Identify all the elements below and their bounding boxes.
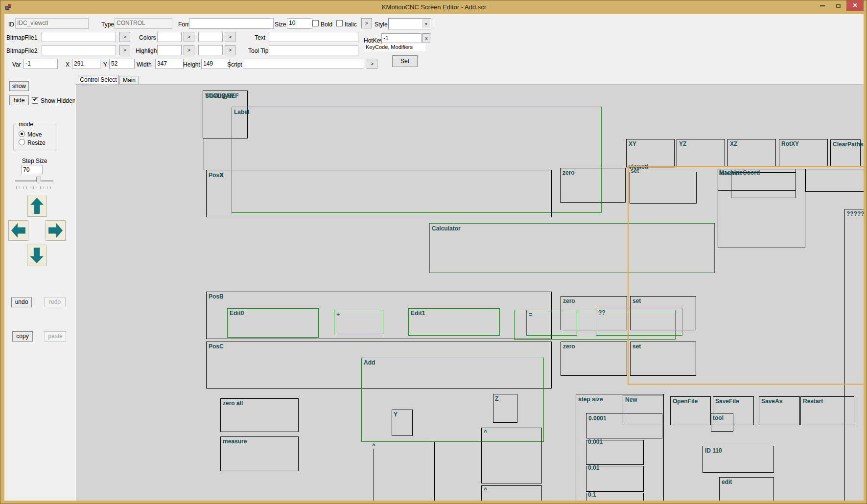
control-box-posx[interactable]: PosX X [206, 170, 552, 217]
control-box-xz[interactable]: XZ [727, 139, 776, 167]
control-box-set-2[interactable]: set [630, 296, 696, 330]
tab-control-select[interactable]: Control Select [78, 75, 119, 84]
redo-button[interactable]: redo [44, 297, 66, 307]
step-size-slider-track[interactable] [15, 180, 53, 182]
hide-button[interactable]: hide [9, 95, 29, 105]
control-box-zero-all[interactable]: zero all [220, 398, 299, 432]
move-right-button[interactable] [46, 220, 66, 241]
move-down-button[interactable] [27, 245, 47, 266]
size-field[interactable]: 10 [287, 18, 312, 29]
title-bar[interactable]: KMotionCNC Screen Editor - Add.scr ✕ [0, 0, 867, 14]
highlight-field-1[interactable] [157, 45, 182, 55]
minimize-button[interactable] [815, 0, 830, 11]
clearpaths-label: ClearPaths [833, 141, 864, 148]
show-hidden-checkbox[interactable] [32, 97, 38, 104]
tab-main-label: Main [123, 77, 136, 84]
script-field[interactable] [243, 59, 364, 69]
control-box-z-axis[interactable]: Z [493, 394, 517, 423]
control-box-openfile[interactable]: OpenFile [670, 396, 711, 425]
style-select[interactable]: ▾ [388, 18, 431, 29]
type-field[interactable]: CONTROL [115, 18, 172, 29]
colors-field-2[interactable] [198, 32, 223, 42]
control-box-id110[interactable]: ID 110 [703, 446, 774, 473]
control-box-clearpaths[interactable]: ClearPaths [830, 139, 861, 167]
script-browse-button[interactable]: > [367, 59, 377, 69]
control-box-edit1[interactable]: Edit1 [408, 308, 500, 336]
control-box-edit0[interactable]: Edit0 [227, 308, 319, 338]
control-box-machinecoord-right[interactable] [805, 169, 864, 192]
control-box-step-01[interactable]: 0.1 [586, 493, 644, 501]
copy-button[interactable]: copy [12, 331, 33, 342]
control-box-unknown[interactable]: ????? [844, 209, 864, 501]
undo-button[interactable]: undo [11, 297, 32, 307]
control-box-rotxy[interactable]: RotXY [779, 139, 828, 167]
window-title: KMotionCNC Screen Editor - Add.scr [0, 3, 867, 11]
maximize-button[interactable] [831, 0, 845, 11]
tab-main[interactable]: Main [119, 76, 139, 84]
control-box-caret-1[interactable]: ^ [481, 428, 542, 483]
left-arrow-icon [11, 223, 25, 238]
step-size-slider-thumb[interactable] [36, 177, 41, 184]
control-box-caret-2[interactable]: ^ [481, 485, 542, 501]
colors-pick-button-2[interactable]: > [225, 32, 235, 42]
hotkey-field[interactable]: -1 [381, 33, 422, 43]
highlight-pick-button-1[interactable]: > [184, 45, 194, 55]
move-radio[interactable] [19, 131, 25, 137]
control-box-yz[interactable]: YZ [677, 139, 725, 167]
colors-pick-button-1[interactable]: > [184, 32, 194, 42]
new-label: New [625, 397, 637, 403]
control-box-zero-1[interactable]: zero [560, 168, 626, 203]
machinecoord-overlap-label: Idledist [719, 170, 740, 177]
x-field[interactable]: 291 [72, 59, 100, 69]
paste-button[interactable]: paste [45, 331, 66, 342]
id-field[interactable]: IDC_viewctl [15, 18, 89, 29]
height-field[interactable]: 149 [201, 59, 230, 69]
highlight-pick-button-2[interactable]: > [225, 45, 235, 55]
control-box-y-axis[interactable]: Y [392, 410, 413, 436]
control-box-edit[interactable]: edit [719, 477, 774, 501]
control-box-step-0001[interactable]: 0.001 [586, 440, 644, 465]
id110-label: ID 110 [705, 448, 722, 454]
move-left-button[interactable] [8, 220, 28, 241]
step-size-field[interactable]: 70 [21, 165, 43, 174]
bitmapfile1-browse-button[interactable]: > [119, 32, 130, 42]
control-box-measure[interactable]: measure [220, 436, 299, 471]
y-field[interactable]: 52 [109, 59, 135, 69]
hotkey-clear-button[interactable]: x [422, 33, 430, 43]
bold-checkbox[interactable] [312, 20, 319, 26]
move-up-button[interactable] [27, 195, 47, 217]
resize-radio[interactable] [19, 139, 25, 145]
width-field[interactable]: 347 [155, 59, 184, 69]
control-box-xy[interactable]: XY [626, 139, 675, 167]
set-button[interactable]: Set [392, 55, 418, 67]
italic-checkbox[interactable] [336, 20, 343, 26]
control-box-zero-3[interactable]: zero [561, 342, 627, 376]
unknown-label: ????? [846, 211, 864, 217]
font-more-button[interactable]: > [361, 18, 372, 28]
control-box-plus[interactable]: + [334, 310, 383, 334]
design-canvas[interactable]: STATIC TOOLBAR AREF Label PosX X zero vi… [75, 84, 864, 501]
colors-field-1[interactable] [157, 32, 182, 42]
font-field[interactable] [189, 18, 274, 29]
control-box-step-001[interactable]: 0.01 [586, 466, 644, 492]
bitmapfile2-field[interactable] [42, 45, 116, 55]
tooltip-field[interactable] [269, 45, 358, 55]
control-box-set-1[interactable] [630, 172, 697, 204]
minimize-icon [820, 5, 825, 6]
show-button[interactable]: show [9, 81, 29, 91]
control-box-tool[interactable]: tool [711, 413, 733, 432]
control-box-new[interactable]: New [623, 395, 664, 425]
highlight-field-2[interactable] [198, 45, 223, 55]
bitmapfile1-field[interactable] [42, 32, 116, 42]
control-box-restart[interactable]: Restart [800, 396, 854, 425]
control-box-zero-2[interactable]: zero [561, 296, 627, 330]
control-box-set-3[interactable]: set [630, 342, 696, 376]
text-field[interactable] [269, 32, 358, 42]
close-button[interactable]: ✕ [846, 0, 864, 11]
control-box-saveas[interactable]: SaveAs [759, 396, 800, 425]
set3-label: set [633, 344, 641, 350]
bitmapfile2-browse-button[interactable]: > [119, 45, 130, 55]
var-field[interactable]: -1 [23, 59, 58, 69]
bitmapfile2-label: BitmapFile2 [6, 47, 37, 54]
control-box-calculator[interactable]: Calculator [429, 223, 715, 273]
